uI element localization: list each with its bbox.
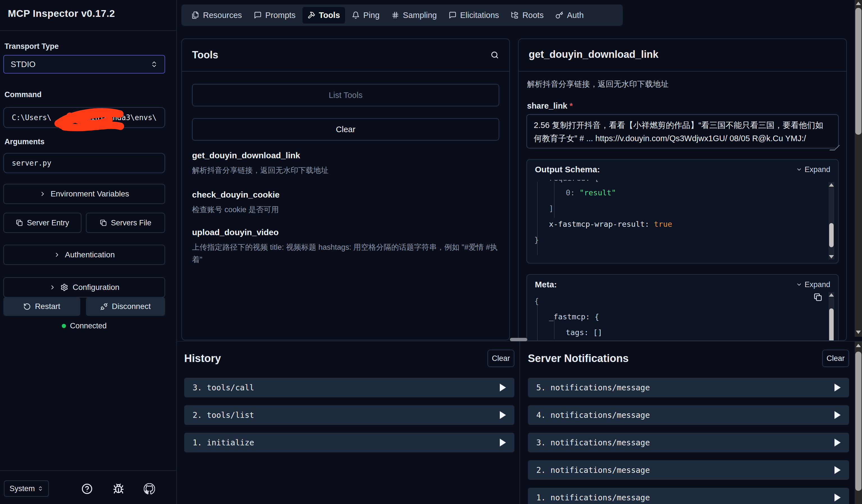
horizontal-scrollbar-thumb[interactable] xyxy=(510,338,527,341)
tab-ping[interactable]: Ping xyxy=(347,7,385,24)
output-schema-scrollbar[interactable] xyxy=(828,182,834,260)
meta-box: Meta: Expand { _fastmcp: { tags: [] } xyxy=(526,274,839,341)
sidebar-bottom-divider xyxy=(0,470,176,471)
authentication-button[interactable]: Authentication xyxy=(3,245,165,265)
meta-scrollbar[interactable] xyxy=(828,292,834,341)
help-icon[interactable] xyxy=(81,483,93,494)
key-icon xyxy=(556,11,563,19)
theme-select[interactable]: System xyxy=(4,480,49,497)
upper-page-scrollbar[interactable] xyxy=(855,0,862,337)
command-suffix: miniconda3\envs\ xyxy=(87,114,157,122)
scroll-up-arrow[interactable] xyxy=(856,2,861,5)
tool-name[interactable]: check_douyin_cookie xyxy=(192,190,499,200)
tool-name[interactable]: upload_douyin_video xyxy=(192,228,499,237)
bottom-vertical-divider xyxy=(520,341,520,504)
command-label: Command xyxy=(4,90,41,99)
configuration-button[interactable]: Configuration xyxy=(3,277,165,297)
scroll-up-arrow[interactable] xyxy=(829,293,834,296)
bug-icon[interactable] xyxy=(113,483,124,494)
search-icon[interactable] xyxy=(490,51,499,59)
tab-resources[interactable]: Resources xyxy=(186,7,247,24)
play-icon[interactable] xyxy=(835,411,841,419)
tab-sampling[interactable]: Sampling xyxy=(386,7,442,24)
tools-panel-title: Tools xyxy=(192,49,218,61)
output-schema-code[interactable]: required: [ 0: "result" ] x-fastmcp-wrap… xyxy=(527,180,816,248)
history-title: History xyxy=(184,353,221,364)
restart-button[interactable]: Restart xyxy=(3,297,80,316)
scroll-up-arrow[interactable] xyxy=(829,183,834,187)
arguments-label: Arguments xyxy=(4,137,45,146)
main-navbar: Resources Prompts Tools Ping Sampling El… xyxy=(181,4,623,26)
message-icon xyxy=(449,11,457,19)
chevron-right-icon xyxy=(39,190,46,197)
copy-icon xyxy=(16,219,23,226)
servers-file-label: Servers File xyxy=(111,218,151,227)
server-notifications-title: Server Notifications xyxy=(528,353,629,364)
tool-details-description: 解析抖音分享链接，返回无水印下载地址 xyxy=(527,79,668,90)
theme-value: System xyxy=(10,485,35,493)
scrollbar-thumb[interactable] xyxy=(829,308,834,341)
scroll-down-arrow[interactable] xyxy=(856,331,861,334)
transport-type-label: Transport Type xyxy=(4,42,59,51)
disconnect-button[interactable]: Disconnect xyxy=(86,297,165,316)
transport-type-select[interactable]: STDIO xyxy=(3,55,165,74)
meta-expand-button[interactable]: Expand xyxy=(796,280,830,289)
notification-item[interactable]: 4. notifications/message xyxy=(528,405,849,425)
scrollbar-thumb[interactable] xyxy=(855,8,861,135)
hash-icon xyxy=(391,11,399,19)
history-item[interactable]: 1. initialize xyxy=(184,433,514,452)
server-entry-label: Server Entry xyxy=(27,218,69,227)
unplug-icon xyxy=(100,303,108,310)
play-icon[interactable] xyxy=(835,494,841,502)
bell-icon xyxy=(352,11,360,19)
tab-tools[interactable]: Tools xyxy=(302,7,345,24)
play-icon[interactable] xyxy=(500,411,506,419)
play-icon[interactable] xyxy=(835,439,841,447)
tool-details-title: get_douyin_download_link xyxy=(529,49,658,60)
tab-auth[interactable]: Auth xyxy=(550,7,589,24)
tools-panel-header: Tools xyxy=(182,39,509,71)
server-entry-button[interactable]: Server Entry xyxy=(3,213,81,233)
tool-list-item[interactable]: upload_douyin_video 上传指定路径下的视频 title: 视频… xyxy=(192,228,499,266)
copy-icon xyxy=(100,219,107,226)
output-schema-expand-button[interactable]: Expand xyxy=(796,165,830,174)
mcp-inspector-app: MCP Inspector v0.17.2 Transport Type STD… xyxy=(0,0,862,504)
tool-list-item[interactable]: check_douyin_cookie 检查账号 cookie 是否可用 xyxy=(192,190,499,216)
environment-variables-button[interactable]: Environment Variables xyxy=(3,184,165,204)
scroll-down-arrow[interactable] xyxy=(829,255,834,258)
lower-page-scrollbar[interactable] xyxy=(855,342,862,504)
history-item[interactable]: 2. tools/list xyxy=(184,405,514,425)
notification-item[interactable]: 2. notifications/message xyxy=(528,460,849,480)
sidebar-divider xyxy=(0,30,176,31)
list-tools-button[interactable]: List Tools xyxy=(192,84,499,106)
play-icon[interactable] xyxy=(835,384,841,392)
servers-file-button[interactable]: Servers File xyxy=(86,213,165,233)
history-clear-button[interactable]: Clear xyxy=(487,350,514,367)
scrollbar-thumb[interactable] xyxy=(829,223,834,247)
tab-prompts[interactable]: Prompts xyxy=(249,7,301,24)
connection-status: Connected xyxy=(0,322,169,330)
share-link-textarea[interactable]: 2.56 复制打开抖音，看看【小祥燃剪的作品】“看三国不能只看三国，要看他们如何… xyxy=(526,114,839,148)
share-link-label: share_link * xyxy=(527,101,573,110)
scrollbar-thumb[interactable] xyxy=(855,352,861,491)
notification-item[interactable]: 5. notifications/message xyxy=(528,378,849,397)
meta-code[interactable]: { _fastmcp: { tags: [] } xyxy=(527,293,816,341)
play-icon[interactable] xyxy=(500,439,506,447)
notification-item[interactable]: 3. notifications/message xyxy=(528,433,849,452)
gear-icon xyxy=(60,283,68,291)
notification-item[interactable]: 1. notifications/message xyxy=(528,488,849,504)
play-icon[interactable] xyxy=(500,384,506,392)
tool-list-item[interactable]: get_douyin_download_link 解析抖音分享链接，返回无水印下… xyxy=(192,151,499,176)
play-icon[interactable] xyxy=(835,466,841,474)
tool-name[interactable]: get_douyin_download_link xyxy=(192,151,499,160)
tab-elicitations[interactable]: Elicitations xyxy=(444,7,504,24)
arguments-input[interactable]: server.py xyxy=(3,153,165,173)
scroll-up-arrow[interactable] xyxy=(856,344,861,347)
notifications-clear-button[interactable]: Clear xyxy=(822,350,849,367)
history-item[interactable]: 3. tools/call xyxy=(184,378,514,397)
tab-roots[interactable]: Roots xyxy=(506,7,549,24)
clear-tools-button[interactable]: Clear xyxy=(192,118,499,141)
github-icon[interactable] xyxy=(144,483,155,494)
output-schema-box: Output Schema: Expand required: [ 0: "re… xyxy=(526,159,839,264)
command-input[interactable]: C:\Users\miniconda3\envs\ xyxy=(3,107,165,128)
